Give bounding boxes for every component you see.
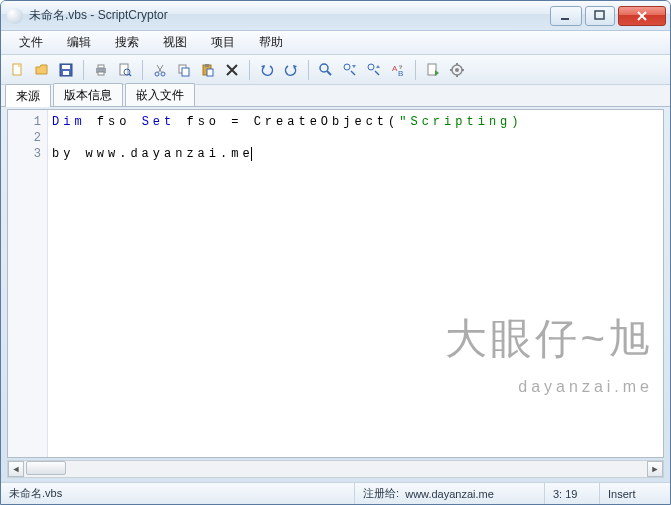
menu-edit[interactable]: 编辑 — [57, 32, 101, 53]
app-icon — [7, 8, 23, 24]
find-button[interactable] — [315, 59, 337, 81]
status-filename: 未命名.vbs — [1, 483, 355, 504]
undo-button[interactable] — [256, 59, 278, 81]
line-gutter: 1 2 3 — [8, 110, 48, 457]
string-literal: "Scripting) — [399, 115, 522, 129]
toolbar-separator — [83, 60, 84, 80]
svg-line-11 — [129, 74, 131, 76]
settings-button[interactable] — [446, 59, 468, 81]
new-file-icon — [10, 62, 26, 78]
close-icon — [634, 8, 650, 24]
redo-icon — [283, 62, 299, 78]
delete-icon — [224, 62, 240, 78]
new-button[interactable] — [7, 59, 29, 81]
menu-view[interactable]: 视图 — [153, 32, 197, 53]
scroll-thumb[interactable] — [26, 461, 66, 475]
reg-label: 注册给: — [363, 486, 399, 501]
svg-point-19 — [320, 64, 328, 72]
replace-button[interactable]: AB — [387, 59, 409, 81]
svg-rect-15 — [182, 68, 189, 76]
svg-point-22 — [368, 64, 374, 70]
watermark-main: 大眼仔~旭 — [445, 331, 653, 347]
svg-rect-17 — [205, 64, 209, 67]
save-icon — [58, 62, 74, 78]
code-line-1: Dim fso Set fso = CreateObject("Scriptin… — [52, 114, 659, 130]
tab-version[interactable]: 版本信息 — [53, 83, 123, 106]
code-area[interactable]: Dim fso Set fso = CreateObject("Scriptin… — [48, 110, 663, 457]
maximize-icon — [592, 8, 608, 24]
tab-embed[interactable]: 嵌入文件 — [125, 83, 195, 106]
status-position: 3: 19 — [545, 483, 600, 504]
find-prev-button[interactable] — [363, 59, 385, 81]
watermark: 大眼仔~旭 dayanzai.me — [445, 299, 653, 427]
code-text: fso = CreateObject( — [175, 115, 399, 129]
redo-button[interactable] — [280, 59, 302, 81]
scroll-track[interactable] — [24, 461, 647, 477]
menu-search[interactable]: 搜索 — [105, 32, 149, 53]
print-icon — [93, 62, 109, 78]
reg-value: www.dayanzai.me — [405, 488, 494, 500]
tabbar: 来源 版本信息 嵌入文件 — [1, 85, 670, 107]
toolbar-separator — [249, 60, 250, 80]
find-icon — [318, 62, 334, 78]
preview-icon — [117, 62, 133, 78]
svg-line-20 — [327, 71, 331, 75]
gear-icon — [449, 62, 465, 78]
app-window: 未命名.vbs - ScriptCryptor 文件 编辑 搜索 视图 项目 帮… — [0, 0, 671, 505]
cut-icon — [152, 62, 168, 78]
toolbar: AB — [1, 55, 670, 85]
text-caret — [251, 147, 252, 161]
cut-button[interactable] — [149, 59, 171, 81]
horizontal-scrollbar[interactable]: ◄ ► — [7, 460, 664, 478]
preview-button[interactable] — [114, 59, 136, 81]
paste-button[interactable] — [197, 59, 219, 81]
copy-button[interactable] — [173, 59, 195, 81]
titlebar: 未命名.vbs - ScriptCryptor — [1, 1, 670, 31]
compile-button[interactable] — [422, 59, 444, 81]
window-controls — [550, 6, 666, 26]
find-prev-icon — [366, 62, 382, 78]
tab-source[interactable]: 来源 — [5, 84, 51, 107]
find-next-button[interactable] — [339, 59, 361, 81]
code-line-3: by www.dayanzai.me — [52, 146, 659, 162]
menubar: 文件 编辑 搜索 视图 项目 帮助 — [1, 31, 670, 55]
delete-button[interactable] — [221, 59, 243, 81]
window-title: 未命名.vbs - ScriptCryptor — [29, 7, 550, 24]
keyword: Set — [142, 115, 176, 129]
code-text: by www.dayanzai.me — [52, 147, 254, 161]
svg-point-27 — [455, 68, 459, 72]
svg-rect-25 — [428, 64, 436, 75]
menu-file[interactable]: 文件 — [9, 32, 53, 53]
svg-rect-18 — [207, 69, 213, 76]
svg-rect-4 — [62, 65, 70, 69]
menu-project[interactable]: 项目 — [201, 32, 245, 53]
svg-point-21 — [344, 64, 350, 70]
toolbar-separator — [415, 60, 416, 80]
open-folder-icon — [34, 62, 50, 78]
status-mode: Insert — [600, 483, 670, 504]
line-number: 3 — [8, 146, 41, 162]
svg-rect-0 — [561, 18, 569, 20]
minimize-button[interactable] — [550, 6, 582, 26]
code-text: fso — [86, 115, 142, 129]
find-next-icon — [342, 62, 358, 78]
maximize-button[interactable] — [585, 6, 615, 26]
paste-icon — [200, 62, 216, 78]
toolbar-separator — [142, 60, 143, 80]
close-button[interactable] — [618, 6, 666, 26]
save-button[interactable] — [55, 59, 77, 81]
minimize-icon — [558, 8, 574, 24]
scroll-right-button[interactable]: ► — [647, 461, 663, 477]
menu-help[interactable]: 帮助 — [249, 32, 293, 53]
svg-rect-8 — [98, 72, 104, 75]
line-number: 1 — [8, 114, 41, 130]
toolbar-separator — [308, 60, 309, 80]
editor[interactable]: 1 2 3 Dim fso Set fso = CreateObject("Sc… — [7, 109, 664, 458]
print-button[interactable] — [90, 59, 112, 81]
line-number: 2 — [8, 130, 41, 146]
scroll-left-button[interactable]: ◄ — [8, 461, 24, 477]
keyword: Dim — [52, 115, 86, 129]
status-registered: 注册给: www.dayanzai.me — [355, 483, 545, 504]
open-button[interactable] — [31, 59, 53, 81]
svg-rect-5 — [63, 71, 69, 75]
